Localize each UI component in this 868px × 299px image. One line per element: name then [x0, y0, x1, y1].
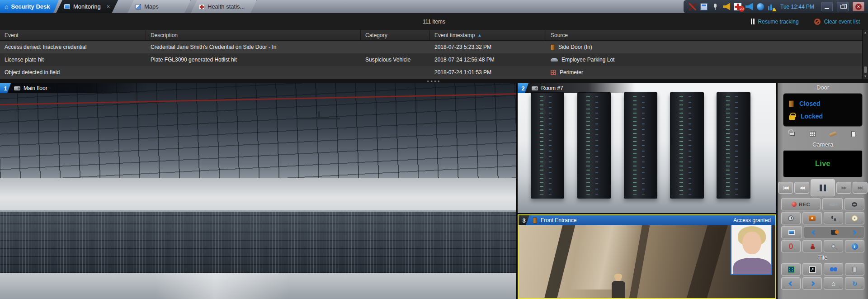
film-camera-icon	[831, 230, 837, 235]
schedule-icon	[810, 131, 816, 137]
column-event[interactable]: Event	[0, 30, 146, 40]
scroll-up-icon[interactable]: ▲	[864, 31, 867, 34]
timestamp-cell: 2018-07-24 12:56:48 PM	[430, 57, 546, 63]
start-monitoring-button[interactable]	[824, 263, 843, 275]
clock-label: Tue 12:44 PM	[780, 4, 814, 10]
live-status: Live	[815, 160, 830, 168]
restore-button[interactable]	[837, 2, 849, 11]
tab-maps[interactable]: Maps	[127, 0, 191, 13]
record-button[interactable]: REC	[781, 198, 821, 210]
record-icon	[792, 202, 797, 207]
tile-number-badge: 2	[518, 83, 528, 93]
scroll-thumb[interactable]	[864, 66, 867, 73]
camera-state-display: Live	[783, 150, 863, 177]
refresh-button[interactable]: ↻	[845, 277, 864, 290]
camera-cycle-group	[804, 226, 864, 238]
tab-bar: ⌂ Security Desk Monitoring × Maps Health…	[0, 0, 868, 13]
health-warning-icon[interactable]: 20	[734, 3, 741, 10]
remote-tool-icon[interactable]	[689, 3, 696, 10]
rewind-button[interactable]: ◀◀	[794, 182, 809, 194]
snapshot-icon	[809, 216, 816, 221]
camera-icon	[532, 86, 538, 90]
network-icon[interactable]	[757, 3, 764, 10]
save-video-button[interactable]	[845, 212, 864, 224]
microphone-icon[interactable]	[712, 3, 719, 10]
listen-button[interactable]	[781, 240, 801, 252]
unlock-door-button[interactable]	[786, 128, 799, 139]
snapshot-button[interactable]	[802, 212, 822, 224]
back-button[interactable]	[781, 277, 801, 290]
block-camera-button[interactable]	[802, 240, 822, 252]
expand-tile-button[interactable]	[781, 263, 801, 275]
footsteps-icon	[831, 216, 836, 221]
playback-controls: |◀◀ ◀◀ ▶▶ ▶▶|	[778, 178, 868, 197]
security-desk-button[interactable]: ⌂ Security Desk	[0, 0, 59, 13]
server-cages	[0, 210, 516, 273]
column-source[interactable]: Source	[546, 30, 868, 40]
search-button[interactable]	[824, 240, 843, 252]
slow-motion-button[interactable]	[822, 198, 843, 210]
close-button[interactable]: ✕	[853, 2, 864, 11]
minimize-icon	[825, 8, 829, 9]
camera-actions-row-3	[781, 226, 864, 238]
video-tile-main-floor[interactable]: 1 Main floor	[0, 83, 516, 299]
table-row[interactable]: License plate hit Plate FGL3090 generate…	[0, 53, 868, 66]
health-icon	[199, 4, 204, 9]
volume-warning-icon[interactable]	[723, 3, 730, 10]
chevron-right-icon	[851, 230, 856, 235]
home-icon: ⌂	[831, 280, 835, 287]
tab-monitoring[interactable]: Monitoring ×	[56, 0, 118, 13]
skip-backward-button[interactable]: |◀◀	[778, 182, 793, 194]
home-button[interactable]: ⌂	[824, 277, 843, 290]
loop-playback-button[interactable]	[844, 198, 865, 210]
forgive-antipassback-button[interactable]	[826, 128, 840, 139]
next-camera-button[interactable]	[844, 227, 864, 238]
column-event-timestamp[interactable]: Event timestamp▲	[430, 30, 546, 40]
visual-tracking-button[interactable]	[824, 212, 843, 224]
tile-title: Room #7	[541, 85, 563, 91]
forward-button[interactable]	[802, 277, 822, 290]
splitter-handle[interactable]: ●●●●	[0, 79, 868, 83]
previous-camera-button[interactable]	[804, 227, 824, 238]
minimize-button[interactable]	[821, 2, 833, 11]
video-tile-room-7[interactable]: 2 Room #7	[518, 83, 776, 213]
table-scrollbar[interactable]: ▲ ▼	[862, 30, 868, 79]
door-state-box: Closed Locked	[783, 93, 863, 127]
skip-forward-button[interactable]: ▶▶|	[853, 182, 868, 194]
event-cell: License plate hit	[0, 57, 146, 63]
close-tab-icon[interactable]: ×	[107, 3, 110, 10]
pause-button[interactable]	[811, 179, 835, 196]
camera-actions-row-1: REC	[781, 198, 864, 210]
send-to-monitor-button[interactable]	[781, 226, 802, 238]
video-tile-front-entrance[interactable]: 3 Front Entrance Access granted	[518, 214, 776, 299]
table-row[interactable]: Access denied: Inactive credential Crede…	[0, 41, 868, 53]
event-cell: Access denied: Inactive credential	[0, 44, 146, 50]
door-device-button[interactable]	[847, 128, 860, 139]
go-to-time-button[interactable]	[781, 212, 801, 224]
refresh-icon: ↻	[852, 280, 858, 287]
source-cell: Side Door (In)	[546, 44, 868, 50]
scroll-down-icon[interactable]: ▼	[864, 75, 867, 78]
column-category[interactable]: Category	[361, 30, 430, 40]
info-button[interactable]: i	[845, 240, 864, 252]
workstation-icon[interactable]	[700, 3, 708, 10]
fast-forward-button[interactable]: ▶▶	[836, 182, 851, 194]
warehouse-floor	[0, 273, 516, 299]
pause-icon	[820, 185, 826, 191]
column-description[interactable]: Description	[146, 30, 361, 40]
cardholder-photo	[731, 222, 772, 275]
expand-icon	[788, 266, 794, 273]
loop-icon	[852, 202, 857, 207]
timestamp-cell: 2018-07-24 1:01:53 PM	[430, 69, 546, 76]
stats-warning-icon[interactable]	[768, 3, 775, 10]
table-row[interactable]: Object detected in field 2018-07-24 1:01…	[0, 66, 868, 79]
tab-health-statistics[interactable]: Health statis...	[191, 0, 257, 13]
speaker-icon[interactable]	[745, 3, 753, 10]
clear-tile-button[interactable]	[845, 263, 864, 275]
pop-out-tile-button[interactable]: ↗	[802, 263, 822, 275]
override-schedule-button[interactable]	[806, 128, 820, 139]
tab-monitoring-label: Monitoring	[73, 3, 101, 10]
magnifier-icon	[831, 244, 835, 248]
vehicle-icon	[551, 58, 558, 62]
cycle-cameras-button[interactable]	[824, 227, 844, 238]
